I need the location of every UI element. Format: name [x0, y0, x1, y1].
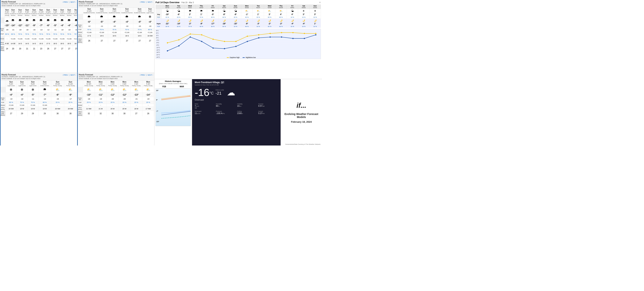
icon-row: ❄❄❄🌨⛅⛅: [0, 87, 77, 92]
panel4-next[interactable]: NEXT ›: [148, 74, 153, 76]
weather-icon-cell: ⛅: [142, 87, 154, 92]
pop-cell: 70 %: [24, 32, 30, 36]
visibility-value: 10km: [237, 105, 257, 107]
historic-svg: [160, 89, 191, 126]
overview-night-icon-cell: 🌙: [184, 19, 196, 22]
temp-chart: 9°C 6°C 3°C 0°C -3°C -6°C -9°C -12°C -15…: [156, 29, 321, 59]
panel2-next[interactable]: NEXT ›: [70, 74, 76, 76]
pop-cell: 70 %: [108, 28, 121, 31]
pop-cell: 70 %: [16, 101, 28, 104]
temp-cell: -4°: [133, 20, 146, 24]
snow-cell: <1 cm: [52, 36, 58, 41]
humidity-value: 80%: [216, 105, 236, 107]
feels-cell: -10: [121, 24, 133, 28]
gust-cell: 30: [118, 111, 130, 117]
hour-header: Sun2 pmScattered flurries: [59, 8, 66, 18]
overview-night-temp-cell: -21°: [162, 22, 173, 25]
legend-night-icon: [242, 57, 245, 58]
feels-cell: -15: [51, 97, 64, 101]
panel3-prev[interactable]: ‹ PREV: [140, 1, 145, 3]
wind-cell: 18 SW: [146, 34, 154, 38]
hour-header: Sun4 pmScattered flurries: [133, 8, 146, 14]
snow-cell: <1 cm: [16, 104, 28, 107]
overview-icon-cell: ⛅: [241, 9, 252, 13]
wind-dir: SE: [195, 107, 214, 109]
weather-icon-cell: ⛅: [106, 87, 118, 92]
hourly-panel-2: Hourly Forecast SUNDAY, FEBRUARY 18 - WE…: [77, 0, 154, 73]
wind-cell: 19 W: [16, 107, 28, 111]
close-button[interactable]: ✕: [319, 1, 321, 4]
snow-cell: <1 cm: [83, 31, 96, 34]
overview-night-icon-cell: 🌙: [241, 19, 252, 22]
panel1-title: Hourly Forecast: [2, 1, 45, 3]
overview-day-header: Fri02/23: [207, 5, 218, 9]
overview-day-temp-cell: -8°: [218, 13, 230, 16]
weather-icon-cell: ❄: [6, 87, 16, 92]
hour-header: Sun11 pmPartly cloudy: [64, 81, 77, 87]
temp-cell: -12°: [106, 92, 118, 97]
icon-row: ⛅⛅⛅⛅⛅⛅: [77, 87, 154, 92]
sunset-label: Sunset: [258, 110, 278, 112]
panel1-next[interactable]: NEXT ›: [70, 1, 76, 3]
wind-cell: 18 S: [66, 41, 73, 46]
snow-cell: <1 cm: [121, 31, 133, 34]
temp-cell: -12°: [16, 23, 24, 28]
snow-row: Snow<1 cm<1 cm<1 cm<1 cm--: [0, 104, 77, 107]
overview-night-icon-cell: 🌙: [252, 19, 264, 22]
svg-point-35: [270, 36, 270, 38]
pop-cell: 80 %: [146, 28, 154, 31]
temp-cell: -7°: [38, 92, 51, 97]
temp-9: 9°: [156, 99, 158, 101]
overview-day-pop-cell: 20 %: [162, 16, 173, 19]
pop-cell: 20 %: [51, 101, 64, 104]
gust-cell: 21: [31, 46, 38, 52]
weather-icon-cell: 🌨: [16, 18, 24, 23]
overview-day-temp-cell: -1°: [241, 13, 252, 16]
pop-cell: 70 %: [66, 32, 73, 36]
panel3-snow: Snow Outlook: 5-10 cm 6:00am Sun to 5:00…: [79, 5, 122, 7]
humidity-label: Humidity: [216, 103, 236, 105]
weather-icon-cell: 🌨: [38, 18, 45, 23]
weather-icon-cell: ⛅: [64, 87, 77, 92]
overview-day-temp-cell: 1°: [196, 13, 207, 16]
panel3-next[interactable]: NEXT ›: [148, 1, 153, 3]
panel4-prev[interactable]: ‹ PREV: [140, 74, 145, 76]
pressure-value: ↓100.4kPa: [216, 112, 236, 114]
panel3-table: Sun12 pmScattered flurriesSun1 pmScatter…: [77, 8, 154, 44]
overview-day-temp-row: Day-10°-6°2°1°-5°-8°-8°-1°1°3°4°4°3°3°: [156, 13, 321, 16]
hour-header: Sun9 pmA few flurries: [38, 81, 51, 87]
panel2-title: Hourly Forecast: [2, 74, 45, 76]
gust-cell: 27: [130, 111, 142, 117]
weather-icon-cell: 🌨: [52, 18, 58, 23]
overview-night-temp-cell: -2°: [184, 22, 196, 25]
panel2-prev[interactable]: ‹ PREV: [62, 74, 68, 76]
pop-cell: 70 %: [45, 32, 52, 36]
overview-night-temp-cell: -14°: [173, 22, 184, 25]
svg-point-17: [224, 41, 225, 42]
panel1-prev[interactable]: ‹ PREV: [62, 1, 68, 3]
hour-header: Mon3 amPartly cloudy: [118, 81, 130, 87]
gust-cell: 30: [106, 111, 118, 117]
svg-point-32: [236, 46, 236, 47]
overview-day-pop-cell: 30 %: [184, 16, 196, 19]
overview-night-pop-cell: 10 %: [252, 25, 264, 28]
panel4-snow: Snow Outlook: 5-10 cm 6:00am Sun to 5:00…: [79, 78, 122, 80]
bottom-row-panels: Hourly Forecast SUNDAY, FEBRUARY 18 - WE…: [0, 73, 154, 146]
visibility-detail: Visibility 10km: [237, 103, 257, 109]
current-conditions-panel: Mont-Tremblant-Village, QC Updated on Su…: [192, 79, 280, 146]
overview-night-pop-row: POP20 %20 %70 %40 %30 %30 %10 %40 %10 %6…: [156, 25, 321, 28]
pop-row: POP80 %70 %70 %60 %20 %20 %: [0, 101, 77, 104]
overview-day-temp-cell: 4°: [286, 13, 298, 16]
pop-cell: 60 %: [38, 101, 51, 104]
overview-panel: Full 14 Days Overview Feb 19 - Mar 3 ✕ M…: [154, 0, 322, 79]
panel4-title: Hourly Forecast: [79, 74, 122, 76]
snow-cell: <1 cm: [133, 31, 146, 34]
gust-cell: 26: [45, 46, 52, 52]
hour-header: Sun1 pmScattered flurries: [96, 8, 108, 14]
wind-detail: Wind 7km/h SE: [195, 103, 214, 109]
pressure-label: Pressure: [216, 110, 236, 112]
temp-row: -6°-5°-4°-4°-4°-4°: [77, 20, 154, 24]
gust-cell: 27: [66, 46, 73, 52]
sunset-detail: Sunset 5:27PM: [258, 110, 278, 114]
panel2-table: Sun6 pmLight snowSun7 pmLight snowSun8 p…: [0, 81, 77, 117]
